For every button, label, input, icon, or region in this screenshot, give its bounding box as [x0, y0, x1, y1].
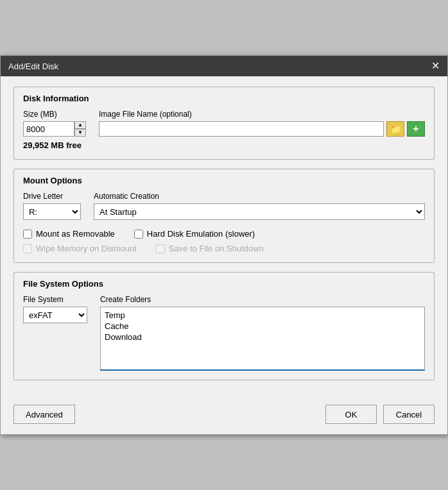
save-to-file-item: Save to File on Shutdown [156, 244, 264, 253]
dialog-body: Disk Information Size (MB) ▲ ▼ 29,952 MB… [1, 76, 447, 400]
dialog: Add/Edit Disk ✕ Disk Information Size (M… [0, 55, 448, 435]
mount-removable-label: Mount as Removable [36, 229, 115, 239]
size-label: Size (MB) [23, 110, 86, 119]
mount-options-title: Mount Options [23, 176, 425, 185]
create-folders-label: Create Folders [100, 295, 425, 304]
folders-list[interactable]: Temp Cache Download [100, 307, 425, 371]
size-input-wrap: ▲ ▼ [23, 121, 86, 137]
image-file-field: Image File Name (optional) 📁 + [99, 110, 425, 137]
free-space-label: 29,952 MB free [23, 140, 86, 150]
close-button[interactable]: ✕ [431, 61, 440, 71]
drive-letter-label: Drive Letter [23, 192, 81, 201]
drive-letter-field: Drive Letter R: [23, 192, 81, 220]
image-file-label: Image File Name (optional) [99, 110, 425, 119]
save-to-file-checkbox [156, 244, 165, 253]
size-field: Size (MB) ▲ ▼ 29,952 MB free [23, 110, 86, 150]
file-system-label: File System [23, 295, 87, 304]
disk-information-section: Disk Information Size (MB) ▲ ▼ 29,952 MB… [13, 87, 435, 160]
ok-button[interactable]: OK [325, 405, 377, 424]
browse-folder-button[interactable]: 📁 [386, 121, 404, 137]
size-input[interactable] [23, 121, 74, 137]
disk-info-title: Disk Information [23, 94, 425, 103]
checkboxes-row: Mount as Removable Hard Disk Emulation (… [23, 229, 425, 239]
drive-letter-select[interactable]: R: [23, 203, 81, 220]
image-file-row: 📁 + [99, 121, 425, 137]
spinner-up-button[interactable]: ▲ [74, 121, 86, 129]
checkboxes-row-2: Wipe Memory on Dismount Save to File on … [23, 244, 425, 253]
mount-options-section: Mount Options Drive Letter R: Automatic … [13, 169, 435, 263]
advanced-button[interactable]: Advanced [13, 405, 75, 424]
auto-creation-field: Automatic Creation At Startup Manual Nev… [94, 192, 425, 220]
auto-creation-label: Automatic Creation [94, 192, 425, 201]
wipe-memory-item: Wipe Memory on Dismount [23, 244, 137, 253]
save-to-file-label: Save to File on Shutdown [169, 244, 264, 253]
dialog-title: Add/Edit Disk [8, 62, 58, 71]
title-bar: Add/Edit Disk ✕ [1, 56, 447, 76]
disk-info-row: Size (MB) ▲ ▼ 29,952 MB free Image File … [23, 110, 425, 150]
spinner-down-button[interactable]: ▼ [74, 129, 86, 137]
add-file-button[interactable]: + [407, 121, 425, 137]
footer-right: OK Cancel [325, 405, 435, 424]
folder-item-download: Download [105, 332, 420, 342]
folder-item-cache: Cache [105, 321, 420, 332]
hard-disk-emulation-checkbox[interactable] [134, 230, 143, 239]
cancel-button[interactable]: Cancel [383, 405, 435, 424]
wipe-memory-checkbox [23, 244, 32, 253]
mount-removable-checkbox[interactable] [23, 230, 32, 239]
dialog-footer: Advanced OK Cancel [1, 400, 447, 434]
fs-row: File System exFAT FAT FAT32 NTFS Create … [23, 295, 425, 371]
spinner-wrap: ▲ ▼ [74, 121, 86, 137]
auto-creation-select[interactable]: At Startup Manual Never [94, 203, 425, 220]
hard-disk-emulation-label: Hard Disk Emulation (slower) [147, 229, 255, 239]
file-system-select[interactable]: exFAT FAT FAT32 NTFS [23, 307, 87, 323]
file-system-field: File System exFAT FAT FAT32 NTFS [23, 295, 87, 323]
mount-removable-item: Mount as Removable [23, 229, 115, 239]
file-system-options-section: File System Options File System exFAT FA… [13, 272, 435, 380]
hard-disk-emulation-item: Hard Disk Emulation (slower) [134, 229, 255, 239]
file-system-options-title: File System Options [23, 279, 425, 289]
folder-item-temp: Temp [105, 310, 420, 321]
wipe-memory-label: Wipe Memory on Dismount [36, 244, 137, 253]
mount-options-row: Drive Letter R: Automatic Creation At St… [23, 192, 425, 220]
create-folders-field: Create Folders Temp Cache Download [100, 295, 425, 371]
image-file-input[interactable] [99, 121, 384, 137]
